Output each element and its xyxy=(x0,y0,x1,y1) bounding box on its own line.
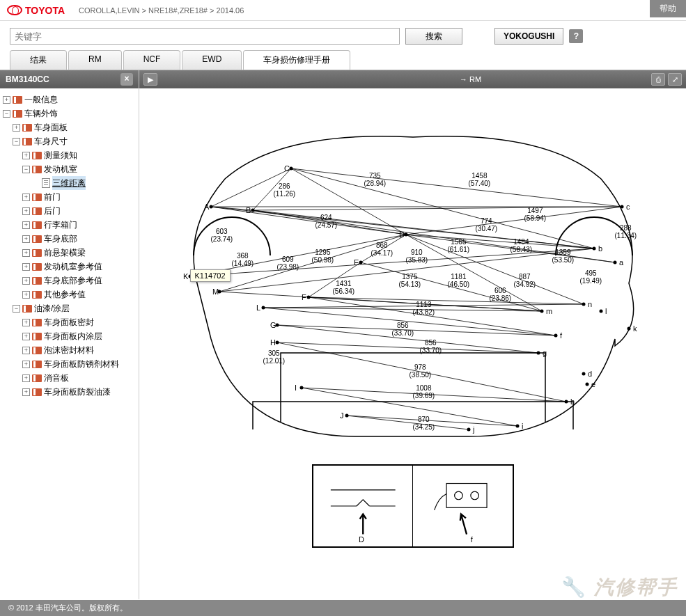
tree-item-5[interactable]: −发动机室 xyxy=(3,162,136,176)
svg-point-48 xyxy=(359,261,362,264)
tree-label: 车身底部 xyxy=(44,232,77,246)
tab-0[interactable]: 结果 xyxy=(10,50,67,70)
tree-item-16[interactable]: +车身面板密封 xyxy=(3,315,136,329)
svg-point-56 xyxy=(299,386,303,390)
tree-item-8[interactable]: +后门 xyxy=(3,204,136,218)
detail-label-d: D xyxy=(359,535,364,544)
tree-label: 其他参考值 xyxy=(44,287,86,301)
svg-line-33 xyxy=(347,416,469,429)
book-icon xyxy=(32,277,42,285)
book-icon xyxy=(32,249,42,257)
book-icon xyxy=(32,374,42,382)
book-icon xyxy=(22,138,32,145)
book-icon xyxy=(13,110,22,118)
svg-text:e: e xyxy=(591,380,595,388)
search-button[interactable]: 搜索 xyxy=(405,28,462,45)
svg-text:m: m xyxy=(546,307,552,315)
search-input[interactable] xyxy=(10,28,400,45)
tree-label: 一般信息 xyxy=(24,93,58,106)
svg-line-1 xyxy=(211,168,291,207)
svg-text:b: b xyxy=(598,244,602,253)
doc-code: BM3140CC xyxy=(6,74,49,84)
watermark: 汽修帮手 xyxy=(561,574,678,601)
svg-line-34 xyxy=(347,416,517,426)
tree-item-15[interactable]: −油漆/涂层 xyxy=(3,301,136,315)
help-icon[interactable]: ? xyxy=(569,29,583,43)
tree-item-21[interactable]: +车身面板防裂油漆 xyxy=(3,385,136,399)
tree-label: 前悬架横梁 xyxy=(44,246,86,260)
tree-item-7[interactable]: +前门 xyxy=(3,190,136,204)
svg-point-42 xyxy=(251,209,254,212)
svg-text:I: I xyxy=(295,384,297,392)
tree-item-9[interactable]: +行李箱门 xyxy=(3,218,136,232)
tab-4[interactable]: 车身损伤修理手册 xyxy=(243,50,350,70)
svg-line-26 xyxy=(263,308,556,335)
diagram-viewport[interactable]: ABCDEFGHIJKLMabcdefghijklmn K114702 286(… xyxy=(139,88,686,599)
svg-point-80 xyxy=(564,400,568,404)
svg-point-74 xyxy=(585,383,588,386)
tree-item-14[interactable]: +其他参考值 xyxy=(3,287,136,301)
svg-point-90 xyxy=(540,310,543,313)
book-icon xyxy=(32,263,42,271)
tree-item-17[interactable]: +车身面板内涂层 xyxy=(3,329,136,343)
nav-tree[interactable]: +一般信息−车辆外饰+车身面板−车身尺寸+测量须知−发动机室三维距离+前门+后门… xyxy=(0,88,139,403)
tree-label: 行李箱门 xyxy=(44,218,77,232)
book-icon xyxy=(32,207,42,215)
tree-label: 车身面板防锈剂材料 xyxy=(44,357,119,371)
print-icon[interactable]: ⎙ xyxy=(651,73,665,86)
tree-item-11[interactable]: +前悬架横梁 xyxy=(3,246,136,260)
svg-text:g: g xyxy=(543,349,547,357)
breadcrumb[interactable]: COROLLA,LEVIN > NRE18#,ZRE18# > 2014.06 xyxy=(79,6,244,15)
tree-label: 车身底部参考值 xyxy=(44,274,102,287)
tree-item-12[interactable]: +发动机室参考值 xyxy=(3,260,136,274)
book-icon xyxy=(32,361,42,368)
tab-3[interactable]: EWD xyxy=(182,50,242,70)
tab-2[interactable]: NCF xyxy=(123,50,181,70)
svg-line-36 xyxy=(190,248,594,276)
rm-link[interactable]: → RM xyxy=(460,75,481,84)
svg-point-62 xyxy=(261,306,265,310)
book-icon xyxy=(32,319,42,326)
book-icon xyxy=(13,96,22,104)
svg-line-25 xyxy=(263,304,584,308)
play-icon[interactable]: ▶ xyxy=(143,73,157,86)
svg-text:J: J xyxy=(340,411,344,420)
tree-label: 三维距离 xyxy=(52,176,86,190)
svg-point-84 xyxy=(467,428,470,432)
svg-line-19 xyxy=(361,262,542,311)
footer-copyright: © 2012 丰田汽车公司。版权所有。 xyxy=(0,600,686,616)
tree-item-19[interactable]: +车身面板防锈剂材料 xyxy=(3,357,136,371)
svg-line-10 xyxy=(291,168,406,235)
tree-item-0[interactable]: +一般信息 xyxy=(3,93,136,106)
help-button[interactable]: 帮助 xyxy=(650,0,686,17)
book-icon xyxy=(32,347,42,354)
svg-rect-97 xyxy=(446,484,487,508)
tree-item-13[interactable]: +车身底部参考值 xyxy=(3,274,136,287)
close-icon[interactable]: × xyxy=(120,73,133,86)
tree-item-2[interactable]: +车身面板 xyxy=(3,120,136,134)
svg-line-5 xyxy=(253,168,291,210)
tree-item-10[interactable]: +车身底部 xyxy=(3,232,136,246)
tree-item-20[interactable]: +消音板 xyxy=(3,371,136,385)
tree-label: 车身尺寸 xyxy=(34,134,68,148)
svg-text:C: C xyxy=(284,164,290,173)
svg-text:H: H xyxy=(270,338,276,347)
expand-icon[interactable]: ⤢ xyxy=(668,73,682,86)
tree-item-3[interactable]: −车身尺寸 xyxy=(3,134,136,148)
yokogushi-button[interactable]: YOKOGUSHI xyxy=(494,28,563,45)
tree-item-4[interactable]: +测量须知 xyxy=(3,148,136,162)
tree-item-18[interactable]: +泡沫密封材料 xyxy=(3,343,136,357)
tree-label: 泡沫密封材料 xyxy=(44,343,94,357)
tree-label: 车身面板防裂油漆 xyxy=(44,385,111,399)
detail-label-f: f xyxy=(471,535,473,544)
tab-1[interactable]: RM xyxy=(68,50,122,70)
tree-item-1[interactable]: −车辆外饰 xyxy=(3,106,136,120)
svg-point-76 xyxy=(554,334,557,338)
svg-text:k: k xyxy=(633,324,637,333)
book-icon xyxy=(32,221,42,229)
tree-item-6[interactable]: 三维距离 xyxy=(3,176,136,190)
book-icon xyxy=(32,194,42,201)
book-icon xyxy=(32,291,42,299)
svg-text:c: c xyxy=(626,203,630,211)
svg-line-16 xyxy=(406,235,542,311)
